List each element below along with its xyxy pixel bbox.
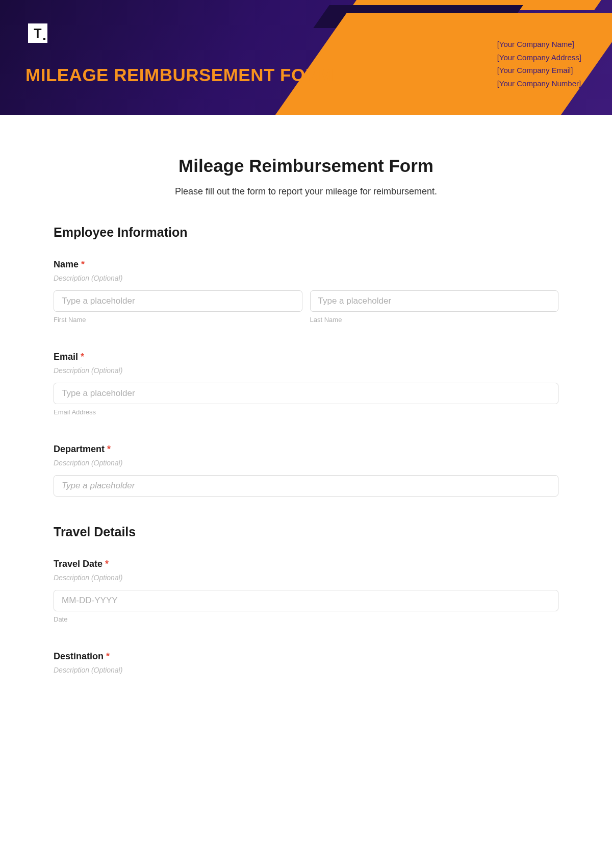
travel-date-label: Travel Date * [54, 559, 558, 569]
form-title: Mileage Reimbursement Form [54, 156, 558, 176]
required-mark: * [105, 559, 109, 569]
destination-label: Destination * [54, 651, 558, 662]
department-label: Department * [54, 444, 558, 455]
field-email: Email * Description (Optional) Email Add… [54, 352, 558, 416]
required-mark: * [106, 651, 110, 661]
field-travel-date: Travel Date * Description (Optional) Dat… [54, 559, 558, 623]
section-employee-info: Employee Information [54, 225, 558, 240]
travel-date-input[interactable] [54, 590, 558, 611]
required-mark: * [81, 259, 85, 269]
email-label: Email * [54, 352, 558, 362]
first-name-input[interactable] [54, 290, 302, 312]
form-content: Mileage Reimbursement Form Please fill o… [0, 115, 612, 703]
travel-date-sublabel: Date [54, 615, 558, 623]
email-input[interactable] [54, 383, 558, 404]
required-mark: * [107, 444, 111, 454]
header-banner: T MILEAGE REIMBURSEMENT FORM [Your Compa… [0, 0, 612, 115]
field-destination: Destination * Description (Optional) [54, 651, 558, 674]
department-input[interactable] [54, 475, 558, 497]
required-mark: * [81, 352, 84, 362]
company-name: [Your Company Name] [497, 38, 581, 51]
email-description: Description (Optional) [54, 366, 558, 375]
form-subtitle: Please fill out the form to report your … [54, 186, 558, 197]
last-name-input[interactable] [310, 290, 559, 312]
field-name: Name * Description (Optional) First Name… [54, 259, 558, 324]
first-name-sublabel: First Name [54, 316, 302, 324]
company-address: [Your Company Address] [497, 51, 581, 64]
name-label: Name * [54, 259, 558, 270]
department-description: Description (Optional) [54, 459, 558, 467]
field-department: Department * Description (Optional) [54, 444, 558, 497]
company-number: [Your Company Number] [497, 77, 581, 90]
email-sublabel: Email Address [54, 408, 558, 416]
header-title: MILEAGE REIMBURSEMENT FORM [26, 65, 334, 85]
last-name-sublabel: Last Name [310, 316, 559, 324]
company-email: [Your Company Email] [497, 64, 581, 77]
logo: T [28, 23, 47, 43]
section-travel-details: Travel Details [54, 525, 558, 539]
destination-description: Description (Optional) [54, 666, 558, 674]
name-description: Description (Optional) [54, 274, 558, 282]
company-info: [Your Company Name] [Your Company Addres… [497, 38, 581, 90]
travel-date-description: Description (Optional) [54, 574, 558, 582]
